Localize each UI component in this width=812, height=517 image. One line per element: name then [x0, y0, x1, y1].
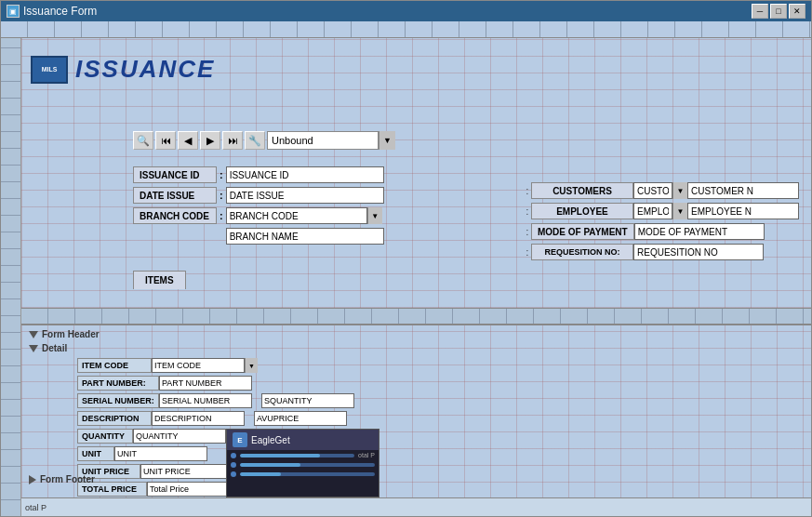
eg-dot-3: [231, 471, 236, 477]
item-code-row: ITEM CODE ▼: [77, 358, 354, 373]
employee-dropdown-icon[interactable]: ▼: [672, 203, 687, 219]
ruler-marks: [1, 21, 811, 37]
item-code-label: ITEM CODE: [77, 358, 152, 373]
app-icon: ▣: [7, 5, 20, 18]
item-code-input[interactable]: [152, 358, 245, 373]
date-issue-input[interactable]: [226, 187, 384, 204]
branch-name-input[interactable]: [226, 228, 384, 245]
employee-small-input[interactable]: [633, 203, 672, 219]
branch-code-colon: :: [217, 210, 226, 221]
last-record-button[interactable]: ⏭: [222, 131, 243, 150]
eagleget-body: otal P: [227, 450, 379, 497]
requisition-row: : REQUESITION NO:: [524, 244, 799, 260]
form-footer-label: Form Footer: [25, 472, 99, 486]
left-form-fields: ISSUANCE ID : DATE ISSUE : BRANCH CODE :: [133, 166, 384, 248]
avuprice-input[interactable]: [254, 411, 347, 426]
prev-record-button[interactable]: ◀: [178, 131, 198, 150]
customers-dot: :: [524, 182, 531, 199]
requisition-input[interactable]: [633, 244, 764, 260]
serial-number-label: SERIAL NUMBER:: [77, 393, 159, 408]
eg-dot-2: [231, 462, 236, 468]
form-title: ISSUANCE: [75, 55, 215, 84]
tool-button[interactable]: 🔧: [245, 131, 265, 150]
record-dropdown[interactable]: Unbound: [267, 131, 379, 150]
serial-number-input[interactable]: [159, 393, 252, 408]
top-ruler: [1, 21, 811, 38]
form-header-label: Form Header: [25, 327, 103, 341]
first-record-button[interactable]: ⏮: [155, 131, 176, 150]
form-header-text: Form Header: [42, 329, 100, 339]
form-footer-text: Form Footer: [40, 474, 95, 484]
issuance-header: MILS ISSUANCE: [31, 55, 215, 84]
unit-price-input[interactable]: [140, 464, 233, 479]
eagleget-row-2: [227, 460, 379, 470]
customers-small-input[interactable]: [633, 182, 672, 199]
minimize-button[interactable]: ─: [752, 4, 768, 19]
items-tab-button[interactable]: ITEMS: [133, 271, 186, 289]
branch-name-spacer: [133, 228, 217, 245]
mode-payment-input[interactable]: [634, 223, 765, 240]
bottom-total-price: otal P: [25, 503, 47, 512]
date-issue-colon: :: [217, 190, 226, 201]
employee-label: EMPLOYEE: [531, 203, 633, 219]
right-form-fields: : CUSTOMERS ▼ : EMPLOYEE: [524, 182, 799, 264]
part-number-label: PART NUMBER:: [77, 376, 159, 391]
toolbar: 🔍 ⏮ ◀ ▶ ⏭ 🔧 Unbound ▼: [133, 131, 395, 150]
status-bar: otal P: [21, 497, 811, 516]
employee-dot: :: [524, 203, 531, 219]
eagleget-row-3: [227, 470, 379, 479]
content-wrapper: MILS ISSUANCE 🔍 ⏮ ◀ ▶ ⏭ 🔧 Unbound: [1, 38, 811, 516]
item-code-dropdown-icon[interactable]: ▼: [245, 358, 258, 373]
customers-row: : CUSTOMERS ▼: [524, 182, 799, 199]
customers-dropdown-icon[interactable]: ▼: [672, 182, 687, 199]
quantity-input[interactable]: [133, 429, 226, 444]
window-controls: ─ □ ✕: [752, 4, 805, 19]
description-input[interactable]: [152, 411, 245, 426]
logo-text: MILS: [42, 66, 58, 73]
requisition-dot: :: [524, 244, 531, 260]
part-number-input[interactable]: [159, 376, 252, 391]
eagleget-header: E EagleGet: [227, 430, 379, 450]
title-bar-left: ▣ Issuance Form: [7, 5, 97, 18]
mode-payment-dot: :: [524, 223, 531, 240]
mode-payment-row: : MODE OF PAYMENT: [524, 223, 799, 240]
form-header-triangle: [29, 331, 38, 338]
employee-row: : EMPLOYEE ▼: [524, 203, 799, 219]
form-footer-section: Form Footer: [25, 472, 99, 486]
branch-name-row: :: [133, 228, 384, 245]
bottom-section: Form Header Detail ITEM CODE: [21, 325, 811, 516]
dropdown-arrow-icon[interactable]: ▼: [379, 131, 395, 150]
title-bar: ▣ Issuance Form ─ □ ✕: [1, 1, 811, 21]
part-number-row: PART NUMBER:: [77, 376, 354, 391]
form-header-section: Form Header: [25, 327, 103, 341]
employee-name-input[interactable]: [687, 203, 799, 219]
unit-input[interactable]: [114, 446, 207, 461]
detail-label: Detail: [25, 341, 71, 355]
issuance-id-colon: :: [217, 169, 226, 180]
detail-triangle: [29, 345, 38, 352]
date-issue-row: DATE ISSUE :: [133, 187, 384, 204]
serial-number-row: SERIAL NUMBER:: [77, 393, 354, 408]
date-issue-label: DATE ISSUE: [133, 187, 217, 204]
next-record-button[interactable]: ▶: [200, 131, 220, 150]
branch-code-dropdown-icon[interactable]: ▼: [367, 207, 382, 224]
branch-code-input[interactable]: [226, 207, 367, 224]
middle-ruler: [21, 308, 811, 325]
company-logo: MILS: [31, 56, 68, 84]
description-row: DESCRIPTION: [77, 411, 354, 426]
squantity-input[interactable]: [261, 393, 354, 408]
requisition-label: REQUESITION NO:: [531, 244, 633, 260]
issuance-id-input[interactable]: [226, 166, 384, 183]
main-content: MILS ISSUANCE 🔍 ⏮ ◀ ▶ ⏭ 🔧 Unbound: [21, 38, 811, 516]
window-title: Issuance Form: [23, 5, 97, 18]
eagleget-popup[interactable]: E EagleGet otal P: [226, 429, 379, 497]
search-button[interactable]: 🔍: [133, 131, 153, 150]
bottom-label: otal P: [25, 503, 47, 512]
items-tab-area: ITEMS: [133, 271, 186, 289]
close-button[interactable]: ✕: [789, 4, 805, 19]
eagleget-icon: E: [233, 432, 247, 447]
maximize-button[interactable]: □: [770, 4, 787, 19]
customers-name-input[interactable]: [687, 182, 799, 199]
issuance-id-label: ISSUANCE ID: [133, 166, 217, 183]
left-ruler-bar: [1, 38, 21, 516]
